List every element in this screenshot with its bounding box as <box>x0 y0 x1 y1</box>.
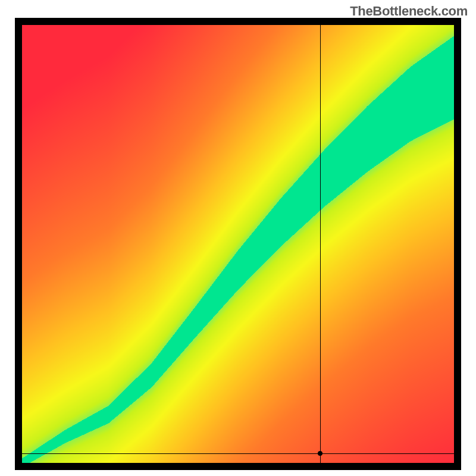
heatmap-canvas <box>22 25 454 463</box>
crosshair-vertical <box>320 25 321 463</box>
chart-outer-frame <box>15 18 461 470</box>
watermark-text: TheBottleneck.com <box>350 4 468 19</box>
heatmap-plot-area <box>22 25 454 463</box>
crosshair-horizontal <box>22 453 454 454</box>
crosshair-marker <box>318 451 322 456</box>
